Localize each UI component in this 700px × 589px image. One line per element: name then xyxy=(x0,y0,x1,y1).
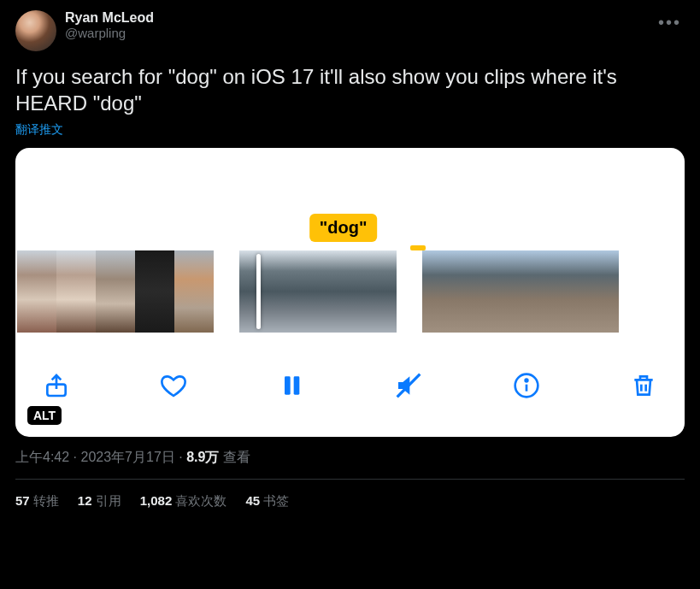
clip-thumbnail xyxy=(56,250,96,333)
likes-label: 喜欢次数 xyxy=(175,493,226,508)
tweet-meta: 上午4:42 · 2023年7月17日 · 8.9万 查看 xyxy=(15,449,685,467)
alt-badge[interactable]: ALT xyxy=(27,406,62,425)
quotes-stat[interactable]: 12 引用 xyxy=(78,493,121,509)
tweet-header: Ryan McLeod @warpling ••• xyxy=(15,10,685,51)
media-card[interactable]: "dog" xyxy=(15,148,685,437)
more-button[interactable]: ••• xyxy=(655,10,685,34)
user-info[interactable]: Ryan McLeod @warpling xyxy=(65,10,646,40)
clip-thumbnail xyxy=(540,250,579,333)
avatar[interactable] xyxy=(15,10,56,51)
views-count: 8.9万 xyxy=(186,450,219,464)
svg-point-6 xyxy=(525,380,527,382)
username: @warpling xyxy=(65,26,646,40)
video-timeline[interactable] xyxy=(15,250,685,333)
display-name: Ryan McLeod xyxy=(65,10,646,26)
clip-thumbnail xyxy=(422,250,462,333)
retweets-stat[interactable]: 57 转推 xyxy=(15,493,59,509)
stats-row: 57 转推 12 引用 1,082 喜欢次数 45 书签 xyxy=(15,480,685,509)
tweet-date[interactable]: 2023年7月17日 xyxy=(80,450,174,464)
mute-button[interactable] xyxy=(393,370,424,401)
playhead[interactable] xyxy=(256,254,261,329)
timeline-marker xyxy=(410,245,426,250)
clip-group xyxy=(422,250,619,333)
retweets-label: 转推 xyxy=(33,493,59,508)
clip-thumbnail xyxy=(462,250,501,333)
like-button[interactable] xyxy=(158,370,189,401)
pause-button[interactable] xyxy=(276,370,307,401)
clip-thumbnail xyxy=(318,250,357,333)
clip-thumbnail xyxy=(17,250,56,333)
likes-stat[interactable]: 1,082 喜欢次数 xyxy=(140,493,227,509)
quotes-count: 12 xyxy=(78,493,92,508)
quotes-label: 引用 xyxy=(96,493,121,508)
tweet-container: Ryan McLeod @warpling ••• If you search … xyxy=(0,0,700,509)
media-top: "dog" xyxy=(15,148,685,250)
likes-count: 1,082 xyxy=(140,493,173,508)
search-term-label: "dog" xyxy=(309,214,378,242)
bookmarks-stat[interactable]: 45 书签 xyxy=(245,493,289,509)
clip-thumbnail xyxy=(135,250,174,333)
clip-thumbnail xyxy=(579,250,619,333)
translate-link[interactable]: 翻译推文 xyxy=(15,122,63,138)
clip-thumbnail xyxy=(96,250,135,333)
retweets-count: 57 xyxy=(15,493,30,508)
clip-thumbnail xyxy=(357,250,397,333)
views-label: 查看 xyxy=(223,450,250,464)
tweet-time[interactable]: 上午4:42 xyxy=(15,450,69,464)
share-button[interactable] xyxy=(41,370,72,401)
clip-group xyxy=(17,250,214,333)
clip-group xyxy=(239,250,397,333)
svg-rect-2 xyxy=(293,377,299,395)
bookmarks-count: 45 xyxy=(245,493,260,508)
media-controls xyxy=(15,333,685,418)
clip-thumbnail xyxy=(174,250,214,333)
trash-button[interactable] xyxy=(628,370,659,401)
info-button[interactable] xyxy=(511,370,542,401)
tweet-text: If you search for "dog" on iOS 17 it'll … xyxy=(15,63,685,116)
clip-thumbnail xyxy=(279,250,318,333)
bookmarks-label: 书签 xyxy=(263,493,289,508)
clip-thumbnail xyxy=(501,250,540,333)
svg-rect-1 xyxy=(285,377,291,395)
